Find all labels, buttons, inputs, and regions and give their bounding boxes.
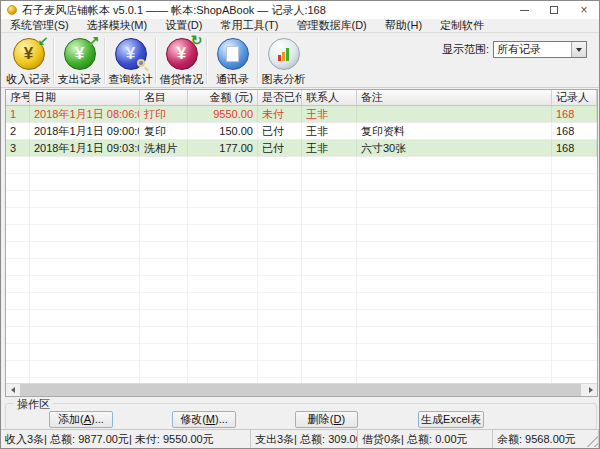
- contacts-button[interactable]: 通讯录: [208, 35, 257, 87]
- cell-recorder: 168: [552, 123, 597, 139]
- generate-excel-button[interactable]: 生成Excel表(E)...: [418, 411, 484, 428]
- minimize-button[interactable]: [509, 1, 539, 19]
- cell-date: 2018年1月1日 09:03:03: [30, 140, 140, 156]
- cell-note: 六寸30张: [357, 140, 552, 156]
- maximize-icon: [550, 6, 558, 14]
- display-range-label: 显示范围:: [442, 42, 489, 57]
- cell-item: 复印: [140, 123, 188, 139]
- query-stats-icon: ¥: [115, 38, 147, 70]
- cell-amount: 150.00: [188, 123, 258, 139]
- column-header-item[interactable]: 名目: [140, 90, 188, 105]
- cell-note: 复印资料: [357, 123, 552, 139]
- menu-custom-software[interactable]: 定制软件: [431, 19, 493, 32]
- empty-table-area: [6, 157, 597, 384]
- cell-recorder: 168: [552, 106, 597, 122]
- document-icon: [226, 46, 239, 62]
- cell-note: [357, 106, 552, 122]
- loan-loop-arrow-icon: ↻: [191, 32, 203, 48]
- operations-groupbox: 操作区 添加(A)... 修改(M)... 删除(D) 生成Excel表(E).…: [5, 403, 597, 430]
- table-row[interactable]: 1 2018年1月1日 08:06:00 打印 9550.00 未付 王非 16…: [6, 106, 597, 123]
- bar-chart-icon: [278, 47, 289, 61]
- window-title: 石子麦风店铺帐本 v5.0.1 —— 帐本:ShopABook — 记录人:16…: [22, 3, 326, 18]
- cell-contact: 王非: [302, 123, 357, 139]
- cell-contact: 王非: [302, 106, 357, 122]
- column-header-amount[interactable]: 金额 (元): [188, 90, 258, 105]
- toolbar-button-label: 查询统计: [109, 72, 153, 87]
- income-records-button[interactable]: ¥ ↙ 收入记录: [4, 35, 53, 87]
- add-button[interactable]: 添加(A)...: [49, 411, 113, 428]
- delete-button[interactable]: 删除(D): [295, 411, 358, 428]
- chart-analysis-button[interactable]: 图表分析: [259, 35, 308, 87]
- table-header-row: 序号 日期 名目 金额 (元) 是否已付 联系人 备注 记录人: [6, 90, 597, 106]
- income-arrow-icon: ↙: [38, 33, 49, 48]
- menu-bar: 系统管理(S) 选择模块(M) 设置(D) 常用工具(T) 管理数据库(D) 帮…: [1, 19, 599, 32]
- menu-help[interactable]: 帮助(H): [376, 19, 431, 32]
- expense-arrow-icon: ↗: [89, 33, 100, 48]
- table-row[interactable]: 3 2018年1月1日 09:03:03 洗相片 177.00 已付 王非 六寸…: [6, 140, 597, 157]
- column-header-contact[interactable]: 联系人: [302, 90, 357, 105]
- toolbar-button-label: 支出记录: [58, 72, 102, 87]
- status-income-summary: 收入3条| 总额: 9877.00元| 未付: 9550.00元: [1, 430, 251, 448]
- close-button[interactable]: ×: [569, 1, 599, 19]
- menu-settings[interactable]: 设置(D): [156, 19, 211, 32]
- column-header-date[interactable]: 日期: [30, 90, 140, 105]
- modify-button[interactable]: 修改(M)...: [172, 411, 236, 428]
- window-controls: ×: [509, 1, 599, 19]
- status-bar: 收入3条| 总额: 9877.00元| 未付: 9550.00元 支出3条| 总…: [1, 429, 599, 448]
- display-range-row: 显示范围: 所有记录: [442, 41, 587, 58]
- loan-status-icon: ¥ ↻: [166, 38, 198, 70]
- column-header-paid[interactable]: 是否已付: [258, 90, 302, 105]
- cell-recorder: 168: [552, 140, 597, 156]
- display-range-value: 所有记录: [494, 42, 571, 57]
- cell-item: 打印: [140, 106, 188, 122]
- arrow-left-icon: [11, 387, 15, 393]
- menu-system-management[interactable]: 系统管理(S): [1, 19, 78, 32]
- scroll-left-button[interactable]: [6, 384, 19, 396]
- cell-seq: 2: [6, 123, 30, 139]
- expense-records-button[interactable]: ¥ ↗ 支出记录: [55, 35, 104, 87]
- display-range-combobox[interactable]: 所有记录: [493, 41, 587, 58]
- status-balance: 余额: 9568.00元: [493, 430, 599, 448]
- toolbar-button-label: 收入记录: [7, 72, 51, 87]
- app-window: 石子麦风店铺帐本 v5.0.1 —— 帐本:ShopABook — 记录人:16…: [0, 0, 600, 449]
- income-coin-icon: ¥ ↙: [13, 38, 45, 70]
- combobox-dropdown-button[interactable]: [571, 42, 586, 57]
- chart-analysis-icon: [268, 38, 300, 70]
- menu-select-module[interactable]: 选择模块(M): [78, 19, 157, 32]
- cell-paid: 已付: [258, 140, 302, 156]
- cell-amount: 177.00: [188, 140, 258, 156]
- column-header-recorder[interactable]: 记录人: [552, 90, 597, 105]
- toolbar-button-label: 通讯录: [216, 72, 249, 87]
- toolbar-button-label: 借贷情况: [160, 72, 204, 87]
- table-row[interactable]: 2 2018年1月1日 09:00:06 复印 150.00 已付 王非 复印资…: [6, 123, 597, 140]
- arrow-right-icon: [589, 387, 593, 393]
- status-expense-summary: 支出3条| 总额: 309.00元| 未付: 0.00元: [251, 430, 358, 448]
- column-header-seq[interactable]: 序号: [6, 90, 30, 105]
- minimize-icon: [520, 10, 529, 11]
- cell-paid: 未付: [258, 106, 302, 122]
- cell-amount: 9550.00: [188, 106, 258, 122]
- records-table: 序号 日期 名目 金额 (元) 是否已付 联系人 备注 记录人 1 2018年1…: [5, 89, 598, 397]
- horizontal-scrollbar[interactable]: [6, 383, 597, 396]
- chevron-down-icon: [576, 48, 582, 52]
- contacts-icon: [217, 38, 249, 70]
- maximize-button[interactable]: [539, 1, 569, 19]
- loan-status-button[interactable]: ¥ ↻ 借贷情况: [157, 35, 206, 87]
- status-loan-summary: 借贷0条| 总额: 0.00元: [358, 430, 493, 448]
- toolbar-button-label: 图表分析: [262, 72, 306, 87]
- toolbar-buttons: ¥ ↙ 收入记录 ¥ ↗ 支出记录 ¥ 查询统计: [4, 35, 308, 87]
- scrollbar-thumb[interactable]: [20, 384, 581, 396]
- cell-date: 2018年1月1日 08:06:00: [30, 106, 140, 122]
- menu-manage-database[interactable]: 管理数据库(D): [288, 19, 376, 32]
- cell-paid: 已付: [258, 123, 302, 139]
- toolbar: ¥ ↙ 收入记录 ¥ ↗ 支出记录 ¥ 查询统计: [1, 32, 599, 88]
- magnifier-icon: [137, 59, 148, 70]
- cell-item: 洗相片: [140, 140, 188, 156]
- scroll-right-button[interactable]: [584, 384, 597, 396]
- cell-date: 2018年1月1日 09:00:06: [30, 123, 140, 139]
- query-statistics-button[interactable]: ¥ 查询统计: [106, 35, 155, 87]
- operations-group-label: 操作区: [14, 397, 53, 412]
- column-header-note[interactable]: 备注: [357, 90, 552, 105]
- close-icon: ×: [580, 4, 587, 16]
- menu-common-tools[interactable]: 常用工具(T): [211, 19, 287, 32]
